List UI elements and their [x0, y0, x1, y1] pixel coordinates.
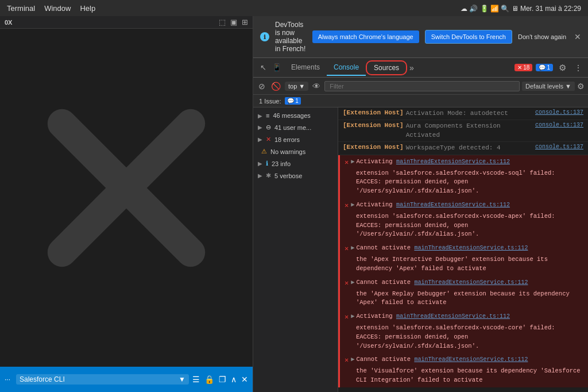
error-detail: extension 'salesforce.salesforcedx-vscod…: [345, 324, 583, 351]
terminal-dots: ···: [5, 375, 10, 383]
log-file-link[interactable]: console.ts:137: [535, 144, 583, 150]
issue-count-badge[interactable]: 💬 1: [536, 64, 553, 71]
log-line: [Extension Host] Aura Components Extensi…: [338, 120, 588, 142]
message-group-item[interactable]: ▶ ✱ 5 verbose: [253, 170, 338, 182]
terminal-list-icon[interactable]: ☰: [192, 375, 200, 384]
info-icon: ℹ: [260, 32, 269, 41]
device-icon[interactable]: 📱: [270, 62, 283, 74]
notification-text: DevTools is now available in French!: [275, 21, 307, 53]
terminal-copy-icon[interactable]: ❐: [219, 375, 226, 384]
error-message: Activating mainThreadExtensionService.ts…: [357, 312, 510, 321]
message-group-item[interactable]: ▶ ✕ 18 errors: [253, 133, 338, 145]
error-detail: extension 'salesforce.salesforcedx-vscod…: [345, 169, 583, 196]
issue-bar: 1 Issue: 💬 1: [253, 95, 588, 107]
group-icon: ℹ: [266, 160, 268, 167]
ext-host-tag: [Extension Host]: [343, 109, 404, 116]
error-block: ✕ ▶ Cannot activate mainThreadExtensionS…: [338, 276, 588, 310]
log-file-link[interactable]: console.ts:137: [535, 122, 583, 128]
console-message-groups: ▶ ≡ 46 messages ▶ ⊖ 41 user me... ▶ ✕ 18…: [253, 107, 338, 392]
clock-display: Mer. 31 mai à 22:29: [520, 5, 581, 13]
close-notification-icon[interactable]: ✕: [574, 32, 581, 41]
levels-label: Default levels: [525, 83, 563, 90]
tab-elements[interactable]: Elements: [284, 60, 327, 76]
group-icon: ✱: [266, 172, 271, 179]
error-message: Cannot activate mainThreadExtensionServi…: [357, 355, 528, 364]
more-tabs-icon[interactable]: »: [407, 63, 416, 72]
dont-show-again-button[interactable]: Don't show again: [518, 33, 566, 40]
menu-window[interactable]: Window: [44, 4, 71, 13]
devtools-more-icon[interactable]: ⋮: [572, 63, 585, 72]
error-file-link[interactable]: mainThreadExtensionService.ts:112: [396, 313, 510, 320]
context-selector[interactable]: top ▼: [285, 82, 308, 91]
terminal-more-icon[interactable]: ···: [5, 375, 10, 383]
console-settings-icon[interactable]: ⚙: [577, 82, 585, 91]
log-levels-selector[interactable]: Default levels ▼: [522, 82, 575, 91]
error-icon: ✕: [345, 278, 349, 289]
arrow-right: ▶: [351, 312, 354, 321]
menu-help[interactable]: Help: [80, 4, 95, 13]
switch-french-button[interactable]: Switch DevTools to French: [425, 30, 512, 44]
group-arrow: ▶: [258, 172, 262, 179]
error-count-badge[interactable]: ✕ 18: [514, 64, 532, 71]
arrow-right: ▶: [351, 244, 354, 253]
error-icon: ✕: [345, 244, 349, 254]
terminal-selector[interactable]: Salesforce CLI ▼: [16, 374, 189, 385]
log-file-link[interactable]: console.ts:137: [535, 109, 583, 116]
eye-icon[interactable]: 👁: [311, 82, 322, 91]
group-label: 5 verbose: [274, 172, 302, 179]
menu-terminal[interactable]: Terminal: [7, 4, 35, 13]
cursor-icon[interactable]: ↖: [257, 62, 269, 74]
arrow-right: ▶: [351, 355, 354, 364]
error-icon: ✕: [345, 201, 349, 211]
error-message: Activating mainThreadExtensionService.ts…: [357, 157, 510, 167]
terminal-lock-icon[interactable]: 🔒: [204, 375, 214, 384]
tab-badges: ✕ 18 💬 1 ⚙ ⋮: [514, 63, 585, 73]
group-icon: ⊖: [266, 124, 271, 131]
error-file-link[interactable]: mainThreadExtensionService.ts:112: [414, 245, 528, 251]
error-x-icon: ✕: [517, 64, 522, 71]
issue-label: 1 Issue:: [259, 98, 281, 105]
levels-dropdown-icon: ▼: [565, 83, 571, 90]
error-file-link[interactable]: mainThreadExtensionService.ts:112: [414, 356, 528, 363]
error-detail: the 'Apex Replay Debugger' extension bec…: [345, 290, 583, 308]
grid-icon[interactable]: ⊞: [242, 18, 248, 26]
tab-sources[interactable]: Sources: [366, 60, 407, 75]
error-message: Cannot activate mainThreadExtensionServi…: [357, 278, 528, 287]
ext-host-tag: [Extension Host]: [343, 122, 404, 129]
message-group-item[interactable]: ⚠ No warnings: [253, 145, 338, 157]
terminal-icons: ☰ 🔒 ❐ ∧ ✕: [192, 375, 248, 384]
group-arrow: ▶: [258, 160, 262, 167]
console-toolbar: ⊘ 🚫 top ▼ 👁 Default levels ▼ ⚙: [253, 78, 588, 95]
context-label: top: [288, 83, 297, 90]
devtools-tabs-bar: ↖ 📱 Elements Console Sources » ✕ 18 💬 1 …: [253, 58, 588, 78]
layout-icon[interactable]: ▣: [230, 18, 237, 26]
group-icon: ≡: [266, 112, 269, 119]
arrow-right: ▶: [351, 201, 354, 210]
group-label: 23 info: [272, 160, 291, 167]
group-label: No warnings: [270, 148, 305, 155]
message-group-item[interactable]: ▶ ℹ 23 info: [253, 157, 338, 170]
console-filter-input[interactable]: [324, 81, 520, 91]
message-group-item[interactable]: ▶ ⊖ 41 user me...: [253, 121, 338, 133]
error-file-link[interactable]: mainThreadExtensionService.ts:112: [414, 279, 528, 286]
error-file-link[interactable]: mainThreadExtensionService.ts:112: [396, 159, 510, 165]
sidebar-toggle-icon[interactable]: ⬚: [219, 18, 226, 26]
group-icon: ⚠: [261, 148, 267, 155]
error-file-link[interactable]: mainThreadExtensionService.ts:112: [396, 202, 510, 208]
vscode-watermark: [46, 107, 207, 268]
group-icon: ✕: [266, 136, 271, 143]
issue-badge[interactable]: 💬 1: [285, 97, 301, 105]
clear-console-icon[interactable]: 🚫: [269, 82, 283, 91]
tab-console[interactable]: Console: [327, 60, 366, 76]
match-language-button[interactable]: Always match Chrome's language: [312, 30, 419, 43]
error-icon: ✕: [345, 157, 349, 168]
terminal-bottom-bar[interactable]: ··· Salesforce CLI ▼ ☰ 🔒 ❐ ∧ ✕: [0, 367, 253, 392]
stop-icon[interactable]: ⊘: [257, 82, 267, 91]
message-group-item[interactable]: ▶ ≡ 46 messages: [253, 110, 338, 121]
terminal-close-icon[interactable]: ✕: [241, 375, 248, 384]
terminal-expand-icon[interactable]: ∧: [231, 375, 237, 384]
devtools-settings-icon[interactable]: ⚙: [556, 63, 568, 73]
console-content: ▶ ≡ 46 messages ▶ ⊖ 41 user me... ▶ ✕ 18…: [253, 107, 588, 392]
error-detail: the 'Visualforce' extension because its …: [345, 367, 583, 385]
error-block: ✕ ▶ Activating mainThreadExtensionServic…: [338, 155, 588, 198]
